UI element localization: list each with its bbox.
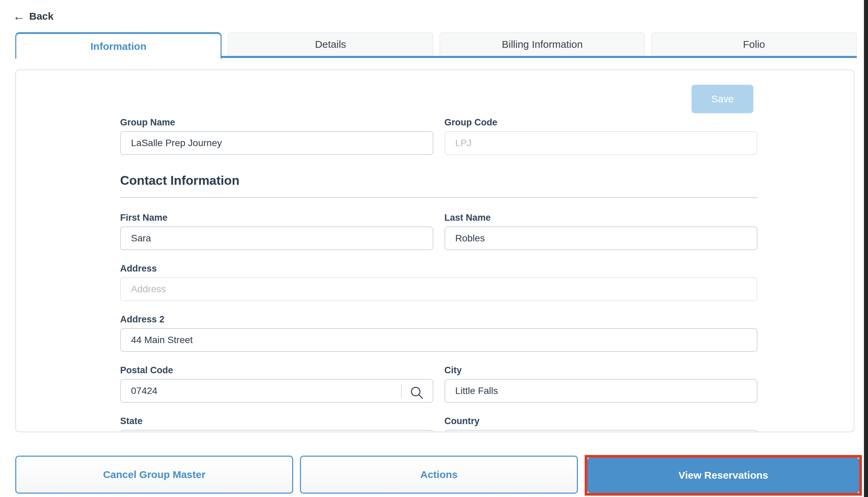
country-input[interactable] (444, 430, 758, 432)
group-form: Group Name Group Code Contact Informatio… (120, 70, 757, 432)
group-code-field: Group Code (444, 117, 758, 155)
address-field: Address (120, 263, 757, 301)
postal-search-divider (401, 384, 402, 398)
state-input[interactable] (120, 430, 433, 432)
back-arrow-icon: ← (13, 10, 25, 23)
scrollbar[interactable] (864, 0, 868, 497)
tab-folio[interactable]: Folio (651, 32, 857, 56)
back-button[interactable]: ← Back (13, 10, 54, 23)
city-label: City (444, 365, 758, 375)
city-input[interactable] (444, 379, 758, 403)
search-icon (410, 385, 425, 400)
first-name-input[interactable] (120, 226, 433, 250)
address-label: Address (120, 263, 757, 274)
footer-action-bar: Cancel Group Master Actions View Reserva… (15, 455, 862, 496)
tab-bar: Information Details Billing Information … (15, 32, 857, 59)
country-field: Country (444, 416, 758, 432)
postal-code-field: Postal Code (120, 365, 433, 403)
city-field: City (444, 365, 758, 403)
tab-billing-information[interactable]: Billing Information (439, 32, 645, 56)
first-name-field: First Name (120, 212, 433, 250)
state-label: State (120, 416, 433, 426)
group-name-input[interactable] (120, 131, 433, 155)
section-divider (120, 197, 757, 198)
country-label: Country (444, 416, 758, 426)
last-name-label: Last Name (444, 212, 758, 223)
group-name-label: Group Name (120, 117, 433, 128)
last-name-field: Last Name (444, 212, 758, 250)
annotation-highlight-box: View Reservations (585, 455, 862, 496)
postal-code-input[interactable] (120, 379, 433, 403)
view-reservations-button[interactable]: View Reservations (587, 458, 859, 493)
tab-details[interactable]: Details (228, 32, 433, 56)
group-name-field: Group Name (120, 117, 433, 155)
address-input[interactable] (120, 277, 757, 301)
contact-information-title: Contact Information (120, 173, 757, 188)
last-name-input[interactable] (444, 226, 758, 250)
address2-field: Address 2 (120, 314, 757, 352)
group-code-input[interactable] (444, 131, 758, 155)
group-master-card: Save Group Name Group Code Contact Infor… (15, 70, 854, 432)
postal-code-label: Postal Code (120, 365, 433, 375)
first-name-label: First Name (120, 212, 433, 223)
cancel-group-master-button[interactable]: Cancel Group Master (15, 456, 293, 494)
postal-code-search-button[interactable] (408, 383, 427, 402)
address2-label: Address 2 (120, 314, 757, 325)
state-field: State (120, 416, 433, 432)
address2-input[interactable] (120, 328, 757, 352)
back-label: Back (29, 11, 54, 22)
actions-button[interactable]: Actions (300, 456, 578, 494)
group-code-label: Group Code (444, 117, 758, 128)
tab-information[interactable]: Information (15, 32, 222, 59)
